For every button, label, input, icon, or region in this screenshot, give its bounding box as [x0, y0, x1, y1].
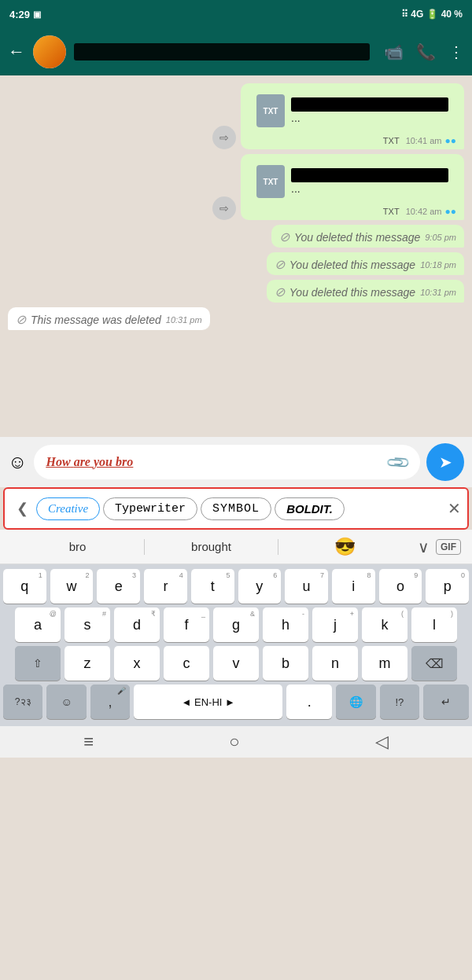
key-i[interactable]: 8i: [332, 569, 375, 604]
shift-key[interactable]: ⇧: [15, 646, 61, 681]
suggestion-emoji[interactable]: 😎: [278, 537, 411, 557]
file-icon-1: TXT: [256, 94, 285, 127]
key-w[interactable]: 2w: [50, 569, 94, 604]
deleted-time-3: 10:31 pm: [420, 288, 456, 297]
key-v[interactable]: v: [213, 646, 259, 681]
expand-suggestions-button[interactable]: ∨: [411, 538, 436, 556]
key-c[interactable]: c: [164, 646, 209, 681]
keyboard-row-3: ⇧ z x c v b n m ⌫: [3, 646, 469, 681]
voice-call-button[interactable]: 📞: [416, 42, 436, 61]
nav-back-icon[interactable]: ◁: [375, 732, 389, 752]
enter-key[interactable]: ↵: [423, 685, 469, 719]
key-x[interactable]: x: [114, 646, 160, 681]
backspace-key[interactable]: ⌫: [411, 646, 457, 681]
key-t[interactable]: 5t: [191, 569, 234, 604]
key-y[interactable]: 6y: [238, 569, 282, 604]
file-name-redacted-1: [291, 97, 448, 112]
deleted-bubble-sent-2: ⊘ You deleted this message 10:18 pm: [267, 252, 464, 275]
suggestions-bar: bro brought 😎 ∨ GIF: [0, 530, 472, 564]
status-time: 4:29: [9, 9, 30, 20]
nav-menu-icon[interactable]: ≡: [83, 732, 94, 752]
key-l[interactable]: )l: [411, 607, 457, 642]
deleted-bubble-sent-3: ⊘ You deleted this message 10:31 pm: [267, 280, 464, 303]
deleted-text: You deleted this message: [289, 259, 415, 271]
key-r[interactable]: 4r: [144, 569, 187, 604]
message-input-box[interactable]: How are you bro 📎: [34, 445, 420, 479]
input-area: ☺ How are you bro 📎 ➤: [0, 437, 472, 487]
deleted-text: You deleted this message: [294, 231, 420, 244]
contact-name-redacted: [74, 43, 370, 61]
keyboard-row-4: ?२३ ☺ 🎤 , ◄ EN-HI ► . 🌐 !? ↵: [3, 685, 469, 719]
globe-key[interactable]: 🌐: [336, 685, 375, 719]
deleted-bubble-sent-1: ⊘ You deleted this message 9:05 pm: [271, 225, 464, 248]
key-a[interactable]: @a: [15, 607, 61, 642]
key-z[interactable]: z: [65, 646, 110, 681]
video-call-button[interactable]: 📹: [384, 42, 404, 61]
key-h[interactable]: -h: [263, 607, 308, 642]
deleted-icon: ⊘: [16, 312, 26, 327]
file-bubble-1: TXT ... TXT 10:41 am ●●: [241, 83, 464, 149]
forward-icon-2: ⇨: [212, 196, 236, 220]
font-nav-left[interactable]: ❮: [11, 494, 33, 523]
key-b[interactable]: b: [263, 646, 308, 681]
key-q[interactable]: 1q: [3, 569, 46, 604]
attachment-button[interactable]: 📎: [384, 449, 411, 476]
space-key[interactable]: ◄ EN-HI ►: [134, 685, 282, 719]
key-s[interactable]: #s: [65, 607, 110, 642]
message-row: ⊘ You deleted this message 10:31 pm: [8, 280, 464, 303]
message-row: ⊘ You deleted this message 9:05 pm: [8, 225, 464, 248]
font-selector-bar: ❮ Creative Typewriter SYMBOL BOLDIT. ✕: [3, 487, 469, 530]
numbers-key[interactable]: ?२३: [3, 685, 42, 719]
more-options-button[interactable]: ⋮: [448, 42, 464, 61]
key-m[interactable]: m: [362, 646, 407, 681]
message-input-text[interactable]: How are you bro: [46, 455, 134, 469]
status-bar: 4:29 ▣ ⠿ 4G 🔋 40 %: [0, 0, 472, 28]
deleted-received-text: This message was deleted: [31, 314, 161, 326]
status-left: 4:29 ▣: [9, 9, 41, 20]
key-d[interactable]: ₹d: [114, 607, 160, 642]
msg-time-1: 10:41 am: [406, 136, 442, 145]
back-button[interactable]: ←: [8, 42, 25, 62]
chat-header: ← 📹 📞 ⋮: [0, 28, 472, 75]
avatar[interactable]: [33, 35, 66, 68]
key-o[interactable]: 9o: [379, 569, 422, 604]
send-button[interactable]: ➤: [426, 443, 464, 481]
key-g[interactable]: &g: [213, 607, 259, 642]
deleted-icon: ⊘: [275, 284, 285, 299]
send-icon: ➤: [439, 453, 452, 472]
key-e[interactable]: 3e: [97, 569, 140, 604]
key-f[interactable]: _f: [164, 607, 209, 642]
font-chip-boldit[interactable]: BOLDIT.: [275, 497, 345, 520]
deleted-icon: ⊘: [279, 229, 289, 244]
period-key[interactable]: .: [286, 685, 332, 719]
nav-home-icon[interactable]: ○: [229, 732, 239, 752]
file-icon-2: TXT: [256, 165, 285, 198]
emoji-key[interactable]: ☺: [46, 685, 86, 719]
key-n[interactable]: n: [312, 646, 358, 681]
key-j[interactable]: +j: [312, 607, 358, 642]
gif-button[interactable]: GIF: [436, 539, 461, 555]
suggestion-brought[interactable]: brought: [145, 540, 278, 553]
msg-ticks-1: ●●: [445, 135, 457, 146]
file-type-2: TXT: [383, 207, 400, 216]
header-icons: 📹 📞 ⋮: [384, 42, 464, 61]
comma-key[interactable]: 🎤 ,: [90, 685, 130, 719]
key-u[interactable]: 7u: [285, 569, 328, 604]
punctuation-key[interactable]: !?: [380, 685, 419, 719]
key-k[interactable]: (k: [362, 607, 407, 642]
key-p[interactable]: 0p: [426, 569, 469, 604]
message-row: ⇨ TXT ... TXT 10:42 am ●●: [8, 154, 464, 220]
chat-area: ⇨ TXT ... TXT 10:41 am ●● ⇨ TXT: [0, 75, 472, 437]
deleted-received-time: 10:31 pm: [166, 315, 202, 325]
message-row: ⇨ TXT ... TXT 10:41 am ●●: [8, 83, 464, 149]
message-row: ⊘ You deleted this message 10:18 pm: [8, 252, 464, 275]
font-chip-creative[interactable]: Creative: [36, 497, 100, 520]
suggestion-bro[interactable]: bro: [11, 540, 144, 553]
file-type-1: TXT: [383, 136, 400, 145]
font-chip-symbol[interactable]: SYMBOL: [201, 497, 271, 520]
emoji-button[interactable]: ☺: [8, 451, 28, 473]
deleted-bubble-received: ⊘ This message was deleted 10:31 pm: [8, 307, 210, 330]
font-chip-typewriter[interactable]: Typewriter: [103, 497, 197, 520]
file-name-redacted-2: [291, 168, 448, 182]
font-bar-close[interactable]: ✕: [448, 499, 461, 518]
